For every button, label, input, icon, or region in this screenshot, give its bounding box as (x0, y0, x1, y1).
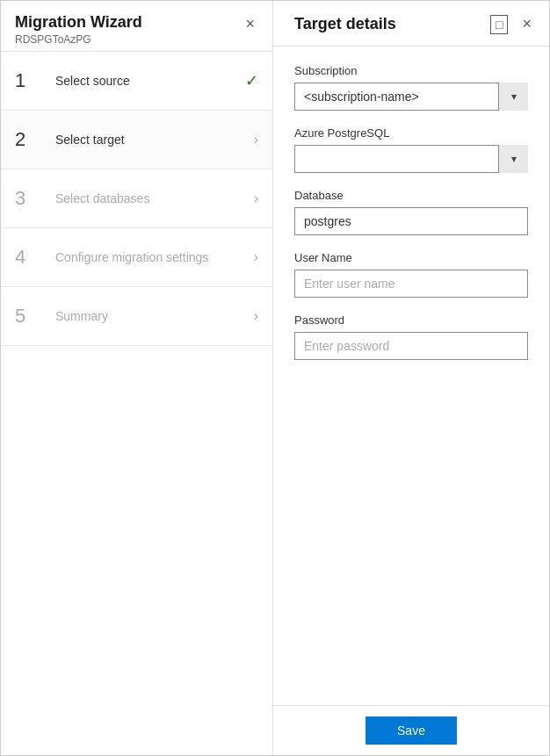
step-item-3: 3 Select databases › (1, 169, 272, 228)
database-input[interactable] (294, 207, 528, 235)
save-button[interactable]: Save (365, 716, 457, 745)
step-number-3: 3 (15, 187, 41, 210)
step-item-1[interactable]: 1 Select source ✓ (1, 52, 272, 111)
maximize-button[interactable]: □ (490, 15, 508, 34)
steps-list: 1 Select source ✓ 2 Select target › 3 Se… (1, 52, 272, 755)
azure-postgresql-select[interactable] (294, 145, 528, 173)
step-check-icon-1: ✓ (245, 71, 258, 90)
azure-postgresql-group: Azure PostgreSQL ▾ (294, 126, 528, 173)
subscription-label: Subscription (294, 64, 528, 77)
step-label-2: Select target (55, 133, 254, 147)
step-label-1: Select source (55, 74, 245, 88)
right-panel: Target details □ × Subscription <subscri… (273, 1, 549, 755)
right-header-icons: □ × (490, 13, 535, 35)
database-group: Database (294, 189, 528, 235)
step-chevron-icon-4: › (254, 249, 258, 265)
step-chevron-icon-5: › (254, 308, 258, 324)
wizard-title: Migration Wizard (15, 13, 142, 32)
azure-postgresql-select-container: ▾ (294, 145, 528, 173)
right-header: Target details □ × (273, 1, 549, 47)
step-number-4: 4 (15, 246, 41, 269)
step-number-5: 5 (15, 305, 41, 328)
subscription-select-container: <subscription-name> ▾ (294, 83, 528, 111)
step-number-2: 2 (15, 128, 41, 151)
step-item-5: 5 Summary › (1, 287, 272, 346)
left-panel: Migration Wizard RDSPGToAzPG × 1 Select … (1, 1, 273, 755)
step-number-1: 1 (15, 69, 41, 92)
step-item-4: 4 Configure migration settings › (1, 228, 272, 287)
right-content: Subscription <subscription-name> ▾ Azure… (273, 47, 549, 705)
password-label: Password (294, 313, 528, 327)
password-input[interactable] (294, 332, 528, 360)
subscription-group: Subscription <subscription-name> ▾ (294, 64, 528, 111)
target-details-title: Target details (294, 15, 396, 33)
username-label: User Name (294, 251, 528, 264)
left-header: Migration Wizard RDSPGToAzPG × (1, 1, 272, 52)
password-group: Password (294, 313, 528, 360)
step-label-3: Select databases (55, 191, 254, 205)
right-close-button[interactable]: × (518, 13, 535, 35)
left-close-button[interactable]: × (242, 13, 258, 35)
subscription-select[interactable]: <subscription-name> (294, 83, 528, 111)
username-group: User Name (294, 251, 528, 298)
step-label-5: Summary (55, 309, 254, 323)
step-chevron-icon-2: › (254, 132, 258, 148)
wizard-subtitle: RDSPGToAzPG (15, 33, 142, 46)
azure-postgresql-label: Azure PostgreSQL (294, 126, 528, 140)
right-footer: Save (273, 705, 549, 755)
step-item-2[interactable]: 2 Select target › (1, 111, 272, 169)
migration-wizard-dialog: Migration Wizard RDSPGToAzPG × 1 Select … (0, 0, 550, 756)
left-header-content: Migration Wizard RDSPGToAzPG (15, 13, 142, 46)
database-label: Database (294, 189, 528, 202)
username-input[interactable] (294, 270, 528, 298)
step-chevron-icon-3: › (254, 191, 258, 206)
step-label-4: Configure migration settings (55, 250, 254, 264)
